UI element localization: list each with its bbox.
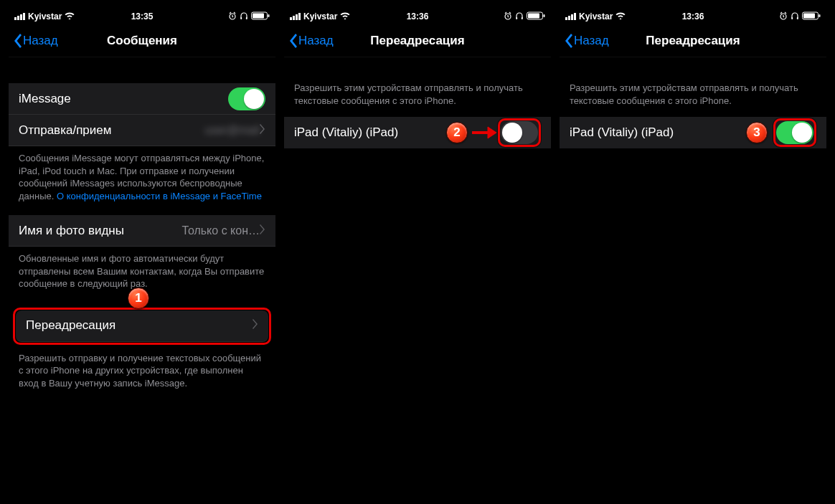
imessage-toggle-row[interactable]: iMessage bbox=[9, 83, 275, 115]
svg-rect-11 bbox=[544, 14, 545, 17]
clock-label: 13:36 bbox=[407, 11, 429, 22]
svg-rect-2 bbox=[246, 17, 247, 19]
status-bar: Kyivstar 13:36 bbox=[560, 9, 826, 24]
device-row[interactable]: iPad (Vitaliy) (iPad) 2 bbox=[284, 117, 551, 148]
imessage-footer: Сообщения iMessage могут отправляться ме… bbox=[9, 146, 275, 215]
signal-icon bbox=[14, 13, 25, 20]
send-receive-row[interactable]: Отправка/прием user@mail bbox=[9, 115, 275, 146]
battery-icon bbox=[251, 11, 270, 22]
status-bar: Kyivstar 13:35 bbox=[9, 9, 275, 24]
settings-content: Разрешить этим устройствам отправлять и … bbox=[284, 57, 551, 496]
nav-bar: Назад Сообщения bbox=[9, 24, 275, 57]
name-photo-label: Имя и фото видны bbox=[19, 224, 181, 238]
send-receive-label: Отправка/прием bbox=[19, 123, 204, 138]
phone-screen-3: Kyivstar 13:36 Назад Переадресация Разре… bbox=[560, 9, 826, 496]
clock-label: 13:36 bbox=[682, 11, 704, 22]
back-button[interactable]: Назад bbox=[13, 34, 58, 48]
headphones-icon bbox=[515, 11, 524, 22]
alarm-icon bbox=[228, 11, 237, 22]
nav-bar: Назад Переадресация bbox=[560, 24, 826, 57]
device-label: iPad (Vitaliy) (iPad) bbox=[570, 125, 746, 140]
chevron-left-icon bbox=[288, 34, 297, 48]
headphones-icon bbox=[791, 11, 799, 22]
settings-content: iMessage Отправка/прием user@mail Сообще… bbox=[9, 57, 275, 496]
chevron-right-icon bbox=[260, 224, 265, 238]
device-toggle[interactable] bbox=[776, 121, 813, 144]
wifi-icon bbox=[340, 11, 350, 22]
imessage-label: iMessage bbox=[19, 92, 228, 106]
device-row[interactable]: iPad (Vitaliy) (iPad) 3 bbox=[560, 117, 826, 148]
back-label: Назад bbox=[23, 34, 58, 48]
back-button[interactable]: Назад bbox=[288, 34, 334, 48]
alarm-icon bbox=[504, 11, 512, 22]
nav-bar: Назад Переадресация bbox=[284, 24, 551, 57]
battery-icon bbox=[527, 11, 545, 22]
text-forwarding-footer: Разрешить отправку и получение текстовых… bbox=[9, 349, 275, 403]
chevron-left-icon bbox=[13, 34, 22, 48]
imessage-toggle[interactable] bbox=[228, 87, 265, 110]
carrier-label: Kyivstar bbox=[303, 11, 337, 22]
back-label: Назад bbox=[298, 34, 334, 48]
callout-badge-1: 1 bbox=[128, 287, 149, 309]
svg-rect-7 bbox=[516, 17, 517, 19]
forwarding-header-text: Разрешить этим устройствам отправлять и … bbox=[284, 57, 551, 117]
back-label: Назад bbox=[574, 34, 609, 48]
text-forwarding-row[interactable]: Переадресация bbox=[16, 310, 268, 342]
chevron-right-icon bbox=[260, 123, 265, 138]
signal-icon bbox=[565, 13, 576, 20]
wifi-icon bbox=[615, 11, 626, 22]
svg-rect-17 bbox=[803, 13, 815, 18]
device-label: iPad (Vitaliy) (iPad) bbox=[294, 125, 446, 140]
svg-rect-15 bbox=[797, 17, 798, 19]
svg-rect-14 bbox=[791, 17, 793, 19]
name-photo-detail: Только с кон… bbox=[181, 224, 260, 237]
svg-rect-8 bbox=[522, 17, 523, 19]
carrier-label: Kyivstar bbox=[579, 11, 613, 22]
phone-screen-2: Kyivstar 13:36 Назад Переадресация Разре… bbox=[284, 9, 551, 496]
svg-rect-1 bbox=[240, 17, 242, 19]
send-receive-detail: user@mail bbox=[204, 124, 260, 137]
forwarding-header-text: Разрешить этим устройствам отправлять и … bbox=[560, 57, 826, 117]
callout-badge-3: 3 bbox=[746, 122, 768, 143]
headphones-icon bbox=[240, 11, 248, 22]
svg-rect-10 bbox=[528, 13, 539, 18]
chevron-left-icon bbox=[564, 34, 572, 48]
carrier-label: Kyivstar bbox=[28, 11, 62, 22]
clock-label: 13:35 bbox=[131, 11, 154, 22]
callout-arrow-icon bbox=[471, 125, 496, 140]
wifi-icon bbox=[65, 11, 75, 22]
battery-icon bbox=[802, 11, 821, 22]
name-photo-row[interactable]: Имя и фото видны Только с кон… bbox=[9, 215, 275, 247]
callout-badge-2: 2 bbox=[446, 122, 468, 143]
text-forwarding-label: Переадресация bbox=[26, 318, 253, 333]
signal-icon bbox=[290, 13, 301, 20]
svg-rect-5 bbox=[268, 14, 270, 17]
device-toggle[interactable] bbox=[501, 121, 538, 144]
svg-rect-18 bbox=[819, 14, 821, 17]
phone-screen-1: Kyivstar 13:35 Назад Сообщения iMessage … bbox=[9, 9, 275, 496]
back-button[interactable]: Назад bbox=[564, 34, 609, 48]
privacy-link[interactable]: О конфиденциальности в iMessage и FaceTi… bbox=[57, 191, 262, 201]
chevron-right-icon bbox=[253, 318, 258, 333]
settings-content: Разрешить этим устройствам отправлять и … bbox=[560, 57, 826, 496]
svg-rect-4 bbox=[253, 13, 264, 18]
alarm-icon bbox=[779, 11, 788, 22]
status-bar: Kyivstar 13:36 bbox=[284, 9, 551, 24]
